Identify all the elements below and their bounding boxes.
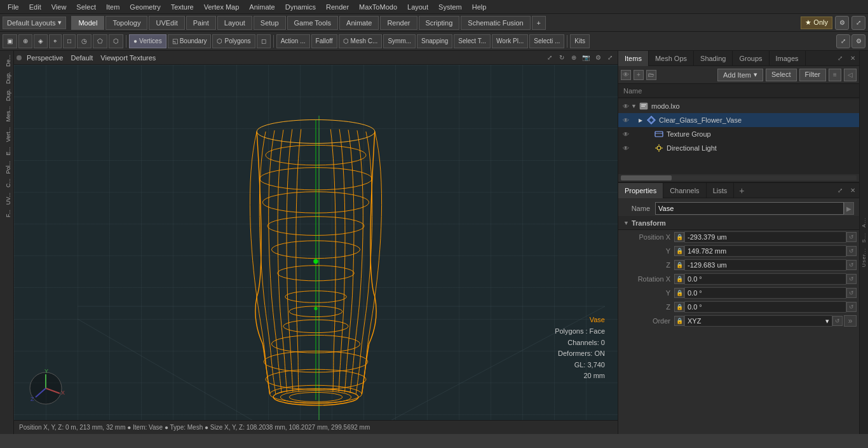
polygons-btn[interactable]: ⬡ Polygons — [212, 34, 255, 48]
sidebar-dup2[interactable]: Dup. — [0, 86, 13, 104]
menu-layout[interactable]: Layout — [402, 2, 433, 12]
menu-vertex-map[interactable]: Vertex Map — [199, 2, 245, 12]
menu-select[interactable]: Select — [71, 2, 101, 12]
rotation-x-reset[interactable]: ↺ — [846, 274, 857, 284]
props-tab-properties[interactable]: Properties — [618, 183, 663, 198]
falloff-btn[interactable]: Falloff — [311, 34, 337, 48]
shape-btn[interactable]: ⬠ — [93, 34, 107, 48]
rotation-z-value[interactable]: 0.0 ° — [684, 301, 846, 313]
diamond-btn[interactable]: ◈ — [34, 34, 48, 48]
transform-section-header[interactable]: ▼ Transform — [618, 216, 859, 230]
kits-btn[interactable]: Kits — [570, 34, 590, 48]
toolbar-settings-btn[interactable]: ⚙ — [851, 34, 865, 48]
tab-mesh-ops[interactable]: Mesh Ops — [649, 51, 694, 66]
rotation-y-value[interactable]: 0.0 ° — [684, 287, 846, 299]
maximize-icon[interactable]: ⤢ — [851, 16, 865, 30]
tab-items[interactable]: Items — [618, 51, 649, 66]
props-close-btn[interactable]: ✕ — [846, 183, 859, 198]
menu-edit[interactable]: Edit — [24, 2, 46, 12]
menu-render[interactable]: Render — [321, 2, 354, 12]
name-prop-input[interactable] — [655, 202, 844, 215]
position-z-lock[interactable]: 🔒 — [674, 260, 684, 270]
toggle-display-btn[interactable]: ▣ — [3, 34, 17, 48]
items-add-icon-btn[interactable]: + — [634, 70, 644, 80]
select-button[interactable]: Select — [766, 69, 797, 81]
position-x-reset[interactable]: ↺ — [846, 232, 857, 242]
tree-item-vase[interactable]: 👁 ▶ Clear_Glass_Flower_Vase — [618, 113, 859, 127]
items-overflow-btn[interactable]: ≡ — [829, 69, 841, 81]
viewport-settings-icon[interactable]: ⚙ — [593, 53, 603, 63]
rotation-y-reset[interactable]: ↺ — [846, 288, 857, 298]
order-forward-btn[interactable]: » — [844, 315, 857, 327]
items-eye-btn[interactable]: 👁 — [621, 70, 631, 80]
filter-button[interactable]: Filter — [799, 69, 826, 81]
rotation-z-reset[interactable]: ↺ — [846, 302, 857, 312]
viewport-display-label[interactable]: Viewport Textures — [98, 53, 158, 62]
default-layouts-dropdown[interactable]: Default Layouts ▾ — [3, 17, 66, 29]
sidebar-vert[interactable]: Vert... — [0, 125, 13, 145]
order-value-select[interactable]: XYZ ▾ — [684, 315, 832, 327]
menu-texture[interactable]: Texture — [166, 2, 199, 12]
rotation-x-lock[interactable]: 🔒 — [674, 274, 684, 284]
eye-light[interactable]: 👁 — [621, 143, 631, 153]
position-y-lock[interactable]: 🔒 — [674, 246, 684, 256]
side-tab-a[interactable]: A... — [858, 215, 868, 230]
rotate-btn[interactable]: ◷ — [77, 34, 92, 48]
tree-item-modo-lxo[interactable]: 👁 ▼ modo.lxo — [618, 99, 859, 113]
viewport-perspective-label[interactable]: Perspective — [24, 53, 65, 62]
tab-scripting[interactable]: Scripting — [419, 16, 460, 30]
menu-view[interactable]: View — [46, 2, 72, 12]
mesh-btn[interactable]: ⬡ Mesh C... — [339, 34, 383, 48]
tab-images[interactable]: Images — [770, 51, 806, 66]
props-tab-channels[interactable]: Channels — [663, 183, 706, 198]
vertices-btn[interactable]: ● Vertices — [129, 34, 166, 48]
menu-help[interactable]: Help — [467, 2, 492, 12]
sidebar-e[interactable]: E... — [0, 144, 13, 158]
viewport-move-icon[interactable]: ⤢ — [545, 53, 555, 63]
sidebar-f[interactable]: F... — [0, 207, 13, 220]
position-y-reset[interactable]: ↺ — [846, 246, 857, 256]
tab-topology[interactable]: Topology — [105, 16, 147, 30]
tree-scrollbar[interactable] — [621, 175, 857, 180]
sidebar-uv[interactable]: UV... — [0, 190, 13, 207]
workpl-btn[interactable]: Work Pl... — [492, 34, 528, 48]
panel-close-btn[interactable]: ✕ — [846, 51, 859, 66]
eye-vase[interactable]: 👁 — [621, 115, 631, 125]
menu-animate[interactable]: Animate — [244, 2, 280, 12]
tab-shading[interactable]: Shading — [694, 51, 733, 66]
tree-scrollbar-thumb[interactable] — [621, 175, 672, 180]
hex-btn[interactable]: ⬡ — [109, 34, 123, 48]
panel-expand-btn[interactable]: ⤢ — [834, 51, 846, 66]
tab-model[interactable]: Model — [71, 16, 104, 30]
viewport-canvas[interactable]: Vase Polygons : Face Channels: 0 Deforme… — [14, 65, 618, 420]
sidebar-mes[interactable]: Mes... — [0, 104, 13, 125]
menu-maxtomodo[interactable]: MaxToModo — [354, 2, 402, 12]
tab-paint[interactable]: Paint — [186, 16, 216, 30]
add-item-button[interactable]: Add Item ▾ — [717, 69, 763, 81]
side-tab-s[interactable]: S... — [858, 230, 868, 245]
tab-game-tools[interactable]: Game Tools — [287, 16, 339, 30]
viewport-camera-icon[interactable]: 📷 — [581, 53, 591, 63]
globe-btn[interactable]: ⊕ — [18, 34, 32, 48]
items-collapse-btn[interactable]: ◁ — [844, 69, 857, 81]
star-only-button[interactable]: ★ Only — [801, 17, 832, 29]
select-t-btn[interactable]: Select T... — [454, 34, 491, 48]
side-tab-user[interactable]: User... — [858, 245, 868, 269]
menu-item[interactable]: Item — [101, 2, 125, 12]
toolbar-expand-btn[interactable]: ⤢ — [836, 34, 850, 48]
sidebar-pol[interactable]: Pol... — [0, 158, 13, 177]
tab-render[interactable]: Render — [380, 16, 417, 30]
boundary-btn[interactable]: ◱ Boundary — [168, 34, 212, 48]
rotation-x-value[interactable]: 0.0 ° — [684, 273, 846, 285]
polygon-shape-btn[interactable]: ◻ — [257, 34, 271, 48]
menu-geometry[interactable]: Geometry — [125, 2, 165, 12]
sidebar-c[interactable]: C... — [0, 176, 13, 190]
action-btn[interactable]: Action ... — [276, 34, 310, 48]
viewport-expand-icon[interactable]: ⤢ — [605, 53, 615, 63]
props-expand-btn[interactable]: ⤢ — [834, 183, 846, 198]
tab-animate[interactable]: Animate — [339, 16, 379, 30]
add-tab-button[interactable]: + — [532, 16, 546, 30]
position-z-value[interactable]: -129.683 um — [684, 259, 846, 271]
position-x-value[interactable]: -293.379 um — [684, 231, 846, 243]
position-y-value[interactable]: 149.782 mm — [684, 245, 846, 257]
